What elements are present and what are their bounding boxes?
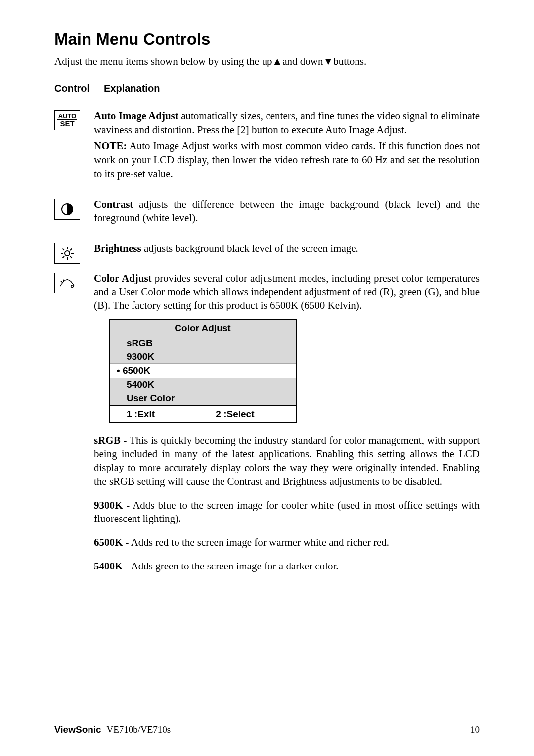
osd-item-srgb: sRGB bbox=[110, 336, 296, 350]
contrast-icon bbox=[54, 199, 80, 220]
svg-point-1 bbox=[65, 251, 70, 256]
k6500-paragraph: 6500K - Adds red to the screen image for… bbox=[94, 536, 480, 550]
osd-item-9300k: 9300K bbox=[110, 350, 296, 363]
brightness-rest: adjusts background black level of the sc… bbox=[141, 242, 358, 254]
footer-brand: ViewSonic bbox=[54, 724, 101, 735]
autoset-note: NOTE: Auto Image Adjust works with most … bbox=[94, 140, 480, 181]
osd-select-label: 2 :Select bbox=[216, 408, 254, 420]
auto-set-icon: AUTO SET bbox=[54, 110, 80, 130]
brightness-lead: Brightness bbox=[94, 242, 141, 254]
coloradjust-lead: Color Adjust bbox=[94, 272, 152, 284]
svg-line-6 bbox=[63, 249, 65, 251]
osd-footer: 1 :Exit 2 :Select bbox=[110, 405, 296, 422]
footer-model: VE710b/VE710s bbox=[106, 724, 171, 735]
section-auto-image-adjust: AUTO SET Auto Image Adjust automatically… bbox=[54, 109, 480, 184]
k6500-rest: Adds red to the screen image for warmer … bbox=[129, 536, 390, 548]
brightness-icon bbox=[54, 243, 80, 264]
svg-line-8 bbox=[70, 249, 72, 251]
contrast-rest: adjusts the difference between the image… bbox=[94, 198, 480, 224]
osd-color-adjust-menu: Color Adjust sRGB 9300K • 6500K 5400K Us… bbox=[109, 319, 297, 423]
coloradjust-rest: provides several color adjustment modes,… bbox=[94, 272, 480, 311]
column-header: Control Explanation bbox=[54, 83, 480, 94]
header-control: Control bbox=[54, 83, 104, 94]
svg-point-12 bbox=[67, 279, 68, 280]
k9300-paragraph: 9300K - Adds blue to the screen image fo… bbox=[94, 499, 480, 526]
coloradjust-paragraph: Color Adjust provides several color adju… bbox=[94, 272, 480, 313]
header-rule bbox=[54, 98, 480, 98]
osd-item-5400k: 5400K bbox=[110, 378, 296, 391]
icon-auto-label: AUTO bbox=[57, 113, 78, 120]
k5400-rest: Adds green to the screen image for a dar… bbox=[129, 560, 339, 572]
section-contrast: Contrast adjusts the difference between … bbox=[54, 198, 480, 228]
k5400-lead: 5400K - bbox=[94, 560, 129, 572]
intro-text: Adjust the menu items shown below by usi… bbox=[54, 55, 480, 68]
svg-point-11 bbox=[63, 280, 65, 281]
k6500-lead: 6500K - bbox=[94, 536, 129, 548]
page-footer: ViewSonic VE710b/VE710s 10 bbox=[54, 724, 480, 735]
color-adjust-icon bbox=[54, 273, 80, 293]
osd-item-6500k: • 6500K bbox=[110, 363, 296, 378]
osd-title: Color Adjust bbox=[110, 320, 296, 336]
svg-line-9 bbox=[63, 256, 65, 258]
k5400-paragraph: 5400K - Adds green to the screen image f… bbox=[94, 560, 480, 573]
svg-point-13 bbox=[71, 285, 74, 288]
osd-exit-label: 1 :Exit bbox=[110, 408, 216, 420]
srgb-lead: sRGB bbox=[94, 434, 121, 446]
svg-point-10 bbox=[61, 281, 62, 283]
section-color-adjust: Color Adjust provides several color adju… bbox=[54, 272, 480, 576]
osd-item-usercolor: User Color bbox=[110, 391, 296, 405]
brightness-paragraph: Brightness adjusts background black leve… bbox=[94, 242, 480, 256]
srgb-paragraph: sRGB - This is quickly becoming the indu… bbox=[94, 434, 480, 489]
footer-page-number: 10 bbox=[470, 724, 480, 735]
page-title: Main Menu Controls bbox=[54, 30, 480, 48]
section-brightness: Brightness adjusts background black leve… bbox=[54, 242, 480, 264]
contrast-lead: Contrast bbox=[94, 198, 133, 210]
autoset-note-rest: Auto Image Adjust works with most common… bbox=[94, 140, 480, 179]
autoset-paragraph: Auto Image Adjust automatically sizes, c… bbox=[94, 109, 480, 137]
header-explanation: Explanation bbox=[104, 83, 160, 94]
svg-line-7 bbox=[70, 256, 72, 258]
autoset-note-lead: NOTE: bbox=[94, 140, 127, 152]
autoset-lead: Auto Image Adjust bbox=[94, 110, 178, 122]
k9300-rest: Adds blue to the screen image for cooler… bbox=[94, 499, 480, 525]
contrast-paragraph: Contrast adjusts the difference between … bbox=[94, 198, 480, 225]
k9300-lead: 9300K - bbox=[94, 499, 130, 511]
icon-set-label: SET bbox=[60, 120, 74, 128]
srgb-rest: - This is quickly becoming the industry … bbox=[94, 434, 480, 487]
